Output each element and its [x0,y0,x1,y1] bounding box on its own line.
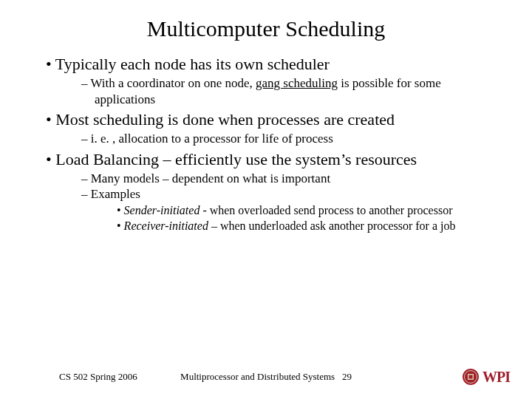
bullet-1: Typically each node has its own schedule… [46,55,502,107]
slide-number: 29 [342,371,352,382]
bullet-3b1: Sender-initiated - when overloaded send … [117,203,502,219]
bullet-3b: Examples Sender-initiated - when overloa… [81,186,502,234]
bullet-1a: With a coordinator on one node, gang sch… [81,75,502,107]
bullet-3b1-em: Sender-initiated [124,204,203,216]
bullet-list: Typically each node has its own schedule… [46,55,502,234]
bullet-3b2-rest: – when underloaded ask another processor… [208,219,456,232]
bullet-3b-text: Examples [91,187,140,201]
footer-logo: WPI [462,368,510,386]
slide-body: Typically each node has its own schedule… [0,55,532,234]
wpi-logo-text: WPI [482,369,510,386]
bullet-3b1-rest: - when overloaded send process to anothe… [202,204,452,216]
bullet-3a: Many models – dependent on what is impor… [81,171,502,186]
bullet-3: Load Balancing – efficiently use the sys… [46,150,502,234]
slide-title: Multicomputer Scheduling [0,0,532,55]
bullet-2a: i. e. , allocation to a processor for li… [81,131,502,146]
bullet-3-text: Load Balancing – efficiently use the sys… [55,150,417,168]
footer-center: Multiprocessor and Distributed Systems 2… [0,371,532,383]
bullet-2-text: Most scheduling is done when processes a… [55,110,395,129]
wpi-seal-icon [462,368,480,386]
bullet-2: Most scheduling is done when processes a… [46,110,502,147]
svg-rect-3 [469,375,473,379]
bullet-3b2-em: Receiver-initiated [124,219,208,232]
bullet-3b2: Receiver-initiated – when underloaded as… [117,219,502,234]
slide-footer: CS 502 Spring 2006 Multiprocessor and Di… [0,361,532,383]
slide: Multicomputer Scheduling Typically each … [0,0,532,399]
bullet-1-text: Typically each node has its own schedule… [55,55,330,73]
bullet-1a-pre: With a coordinator on one node, [90,76,256,90]
footer-center-text: Multiprocessor and Distributed Systems [180,371,335,382]
bullet-1a-em: gang scheduling [256,76,338,90]
